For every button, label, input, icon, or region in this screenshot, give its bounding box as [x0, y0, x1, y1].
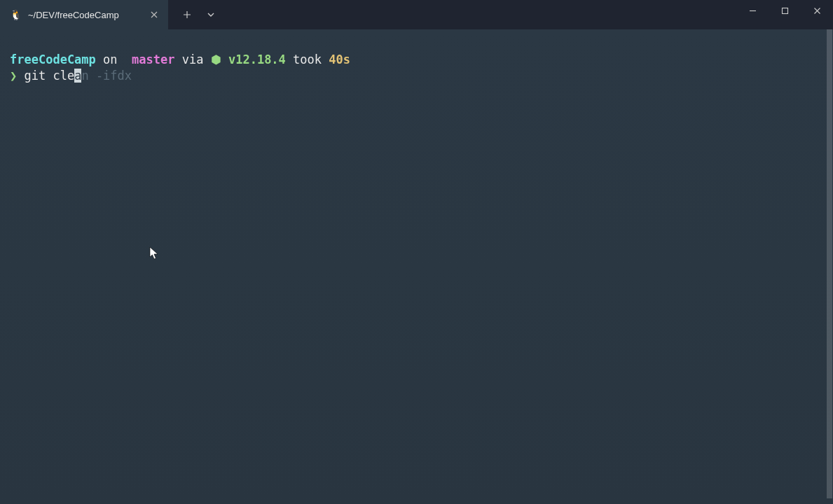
typed-command: git cle — [25, 69, 75, 83]
close-window-button[interactable] — [801, 0, 833, 21]
new-tab-button[interactable] — [175, 0, 199, 29]
prompt-on: on — [103, 52, 117, 66]
node-icon: ⬢ — [211, 52, 221, 66]
maximize-button[interactable] — [769, 0, 801, 21]
svg-rect-0 — [782, 8, 787, 13]
cursor: a — [74, 69, 81, 83]
prompt-symbol: ❯ — [10, 69, 17, 83]
close-tab-icon[interactable] — [149, 9, 160, 20]
node-version: v12.18.4 — [228, 52, 286, 66]
tab-title: ~/DEV/freeCodeCamp — [28, 10, 119, 20]
prompt-input-line[interactable]: ❯ git clean -ifdx — [10, 68, 823, 84]
prompt-directory: freeCodeCamp — [10, 52, 96, 66]
took-duration: 40s — [329, 52, 350, 66]
git-branch: master — [132, 52, 174, 66]
window-controls — [736, 0, 833, 29]
took-label: took — [293, 52, 322, 66]
scrollbar[interactable] — [827, 29, 832, 498]
tab-dropdown-button[interactable] — [199, 0, 223, 29]
minimize-button[interactable] — [736, 0, 769, 21]
prompt-context-line: freeCodeCamp on master via ⬢ v12.18.4 to… — [10, 52, 823, 68]
title-bar: 🐧 ~/DEV/freeCodeCamp — [0, 0, 833, 29]
terminal-window: 🐧 ~/DEV/freeCodeCamp — [0, 0, 833, 504]
autosuggestion: n -ifdx — [81, 69, 132, 83]
terminal-content[interactable]: freeCodeCamp on master via ⬢ v12.18.4 to… — [0, 29, 833, 504]
mouse-cursor-icon — [149, 246, 159, 265]
scrollbar-thumb[interactable] — [827, 29, 832, 498]
penguin-icon: 🐧 — [10, 9, 21, 20]
tab-active[interactable]: 🐧 ~/DEV/freeCodeCamp — [0, 0, 168, 29]
prompt-via: via — [182, 52, 204, 66]
tab-actions — [168, 0, 223, 29]
